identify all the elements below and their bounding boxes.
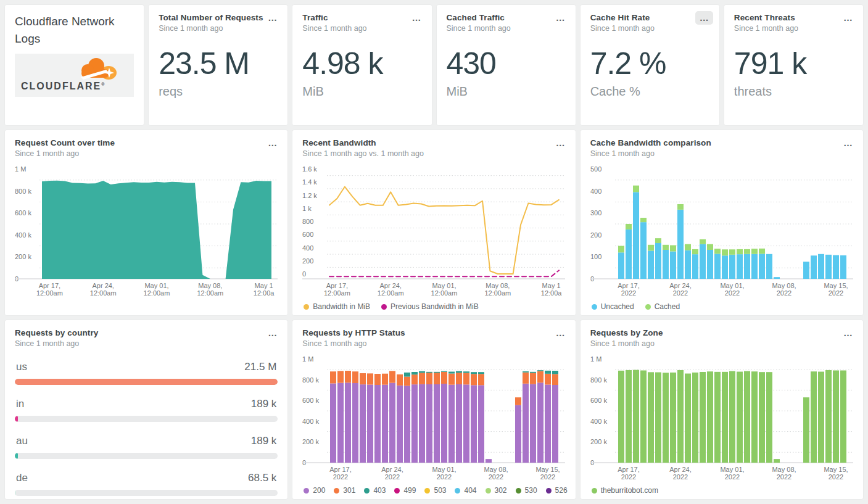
svg-text:Apr 24,: Apr 24, <box>669 466 691 473</box>
svg-text:Apr 24,: Apr 24, <box>92 282 114 289</box>
panel-cached-traffic: Cached Traffic Since 1 month ago … 430 M… <box>437 5 576 125</box>
panel-subtitle: Since 1 month ago vs. 1 month ago <box>302 149 565 158</box>
recent-bandwidth-chart[interactable]: 1.6 k1.4 k1.2 k1 k8006004002000Apr 17,12… <box>302 164 565 297</box>
panel-menu-button[interactable]: … <box>408 11 426 25</box>
legend-item-200[interactable]: 200 <box>304 486 325 495</box>
svg-text:400: 400 <box>590 188 601 195</box>
svg-text:2022: 2022 <box>828 473 843 481</box>
stat-value: 430 <box>447 48 566 80</box>
country-row-de[interactable]: de 68.5 k <box>15 472 278 496</box>
legend-item-Previous Bandwidth in MiB[interactable]: Previous Bandwidth in MiB <box>381 302 479 311</box>
svg-text:12:00a: 12:00a <box>254 289 275 297</box>
legend-item-Cached[interactable]: Cached <box>645 302 680 311</box>
panel-subtitle: Since 1 month ago <box>15 149 278 158</box>
panel-menu-button[interactable]: … <box>552 136 569 150</box>
cache-bandwidth-chart[interactable]: 5004003002001000Apr 17,2022Apr 24,2022Ma… <box>590 164 853 297</box>
svg-text:500: 500 <box>590 165 601 173</box>
legend-dot <box>381 304 387 310</box>
legend-item-301[interactable]: 301 <box>334 486 355 495</box>
svg-text:May 01,: May 01, <box>720 282 744 289</box>
svg-text:May 01,: May 01, <box>432 466 457 473</box>
legend-dot <box>516 488 521 494</box>
legend-dot <box>304 488 309 494</box>
country-bar-track <box>15 416 278 422</box>
legend-item-Bandwidth in MiB[interactable]: Bandwidth in MiB <box>304 302 370 311</box>
svg-text:May 08,: May 08, <box>772 466 796 473</box>
country-row-au[interactable]: au 189 k <box>15 435 278 459</box>
stat-unit: Cache % <box>590 85 709 99</box>
country-row-in[interactable]: in 189 k <box>15 398 278 422</box>
stat-value: 7.2 % <box>590 48 709 80</box>
legend-dot <box>394 488 400 494</box>
svg-text:100: 100 <box>590 253 601 260</box>
stat-unit: threats <box>734 85 853 99</box>
panel-title: Requests by Zone <box>590 328 853 337</box>
svg-text:1.6 k: 1.6 k <box>302 165 317 173</box>
panel-menu-button[interactable]: … <box>263 136 281 150</box>
svg-text:May 01,: May 01, <box>144 282 168 289</box>
legend-dot <box>364 488 370 494</box>
svg-text:12:00am: 12:00am <box>431 289 458 297</box>
svg-text:200: 200 <box>590 231 601 239</box>
panel-recent-bandwidth: Recent Bandwidth Since 1 month ago vs. 1… <box>292 130 575 315</box>
svg-text:1 M: 1 M <box>15 165 26 173</box>
legend-dot <box>592 488 597 494</box>
legend-item-Uncached[interactable]: Uncached <box>592 302 634 311</box>
panel-menu-button[interactable]: … <box>695 11 713 25</box>
svg-text:2022: 2022 <box>672 473 687 481</box>
country-bar-track <box>15 453 278 459</box>
legend-item-404[interactable]: 404 <box>455 486 476 495</box>
svg-text:12:00am: 12:00am <box>36 289 63 297</box>
legend-item-403[interactable]: 403 <box>364 486 386 495</box>
panel-title: Recent Threats <box>734 13 853 22</box>
legend-dot <box>645 304 651 310</box>
http-status-chart[interactable]: 1 M800 k600 k400 k200 k0Apr 17,2022Apr 2… <box>302 354 565 481</box>
svg-text:2022: 2022 <box>724 473 739 481</box>
legend-item-theburritobot.com[interactable]: theburritobot.com <box>592 486 658 495</box>
panel-cache-bandwidth: Cache Bandwidth comparison Since 1 month… <box>581 130 863 315</box>
legend-item-530[interactable]: 530 <box>516 486 537 495</box>
svg-text:2022: 2022 <box>489 473 503 481</box>
svg-text:2022: 2022 <box>621 289 635 297</box>
panel-menu-button[interactable]: … <box>263 326 281 340</box>
svg-text:2022: 2022 <box>333 473 348 481</box>
panel-menu-button[interactable]: … <box>552 326 569 340</box>
panel-menu-button[interactable]: … <box>839 136 857 150</box>
panel-menu-button[interactable]: … <box>263 11 281 25</box>
country-value: 189 k <box>251 435 277 447</box>
zone-chart[interactable]: 1 M800 k600 k400 k200 k0Apr 17,2022Apr 2… <box>590 354 853 481</box>
svg-text:May 15,: May 15, <box>536 466 560 473</box>
svg-text:May 08,: May 08, <box>484 466 508 473</box>
svg-text:600 k: 600 k <box>590 397 607 404</box>
panel-title: Cache Hit Rate <box>590 13 709 22</box>
country-row-us[interactable]: us 21.5 M <box>15 361 278 385</box>
panel-recent-threats: Recent Threats Since 1 month ago … 791 k… <box>724 5 863 125</box>
panel-title: Traffic <box>302 13 421 22</box>
svg-text:Apr 17,: Apr 17, <box>326 282 348 289</box>
panel-menu-button[interactable]: … <box>839 11 857 25</box>
svg-text:0: 0 <box>302 270 306 278</box>
cache-bandwidth-legend: UncachedCached <box>590 297 853 311</box>
svg-text:400 k: 400 k <box>302 418 319 425</box>
request-count-plot: 1 M800 k600 k400 k200 k0Apr 17,12:00amAp… <box>15 164 278 297</box>
country-bar-fill <box>15 379 278 385</box>
svg-text:400 k: 400 k <box>590 418 607 425</box>
panel-menu-button[interactable]: … <box>839 326 857 340</box>
country-label: us <box>16 361 27 373</box>
http-status-legend: 200301403499503404302530526524 <box>302 481 565 495</box>
recent-bandwidth-plot: 1.6 k1.4 k1.2 k1 k8006004002000Apr 17,12… <box>302 164 565 297</box>
legend-item-499[interactable]: 499 <box>394 486 416 495</box>
svg-text:800 k: 800 k <box>302 376 319 384</box>
legend-item-503[interactable]: 503 <box>424 486 446 495</box>
legend-item-526[interactable]: 526 <box>546 486 568 495</box>
country-label: de <box>16 472 28 484</box>
panel-menu-button[interactable]: … <box>552 11 569 25</box>
legend-item-302[interactable]: 302 <box>486 486 507 495</box>
request-count-chart[interactable]: 1 M800 k600 k400 k200 k0Apr 17,12:00amAp… <box>15 164 278 297</box>
panel-subtitle: Since 1 month ago <box>590 339 853 348</box>
stat-value: 4.98 k <box>302 48 421 80</box>
panel-title: Total Number of Requests <box>159 13 278 22</box>
svg-text:May 01,: May 01, <box>720 466 744 473</box>
stat-value: 23.5 M <box>159 48 278 80</box>
svg-text:1 M: 1 M <box>302 355 313 363</box>
